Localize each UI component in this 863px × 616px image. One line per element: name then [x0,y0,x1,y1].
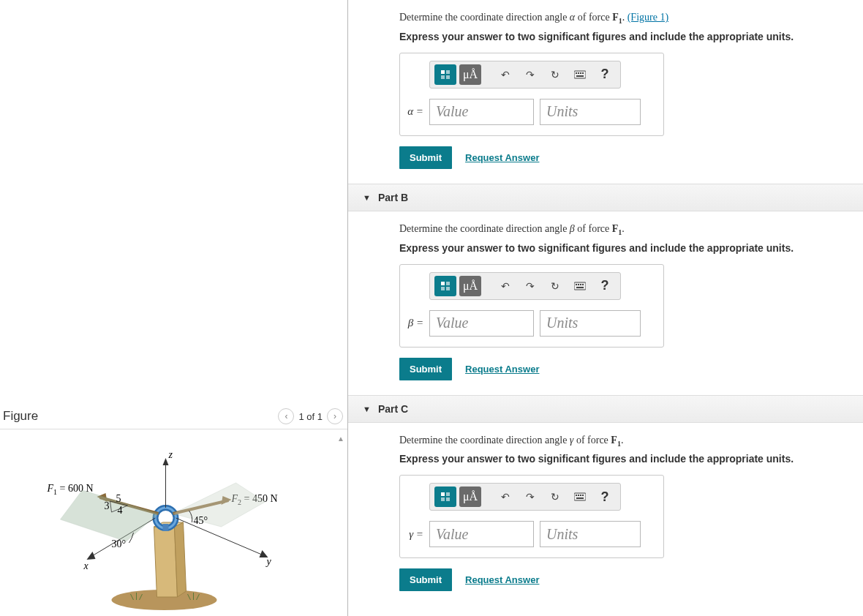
svg-text:z: z [168,449,173,460]
part-b-instruction: Express your answer to two significant f… [399,242,863,254]
svg-rect-29 [441,70,445,74]
part-b-header[interactable]: ▼ Part B [348,184,863,211]
axis-z-label: z [168,449,173,460]
part-c-prompt: Determine the coordinate direction angle… [399,435,863,448]
value-input[interactable]: Value [429,521,534,547]
part-a-instruction: Express your answer to two significant f… [399,31,863,42]
symbols-button[interactable]: μÅ [459,276,481,296]
value-input[interactable]: Value [429,99,534,125]
figure-illustration: z y x F2 = 450 N 45° F1 = [0,432,347,615]
caret-down-icon: ▼ [363,405,371,413]
help-button[interactable]: ? [594,487,616,507]
svg-rect-44 [576,284,577,285]
part-a-body: Determine the coordinate direction angle… [348,0,863,184]
submit-button[interactable]: Submit [399,568,452,591]
svg-marker-14 [87,552,96,560]
reset-button[interactable]: ↻ [544,487,566,507]
svg-rect-40 [446,282,450,285]
part-b-eq-label: β = [407,317,423,329]
reset-button[interactable]: ↻ [544,276,566,296]
keyboard-button[interactable] [569,64,591,85]
svg-rect-50 [446,492,450,496]
svg-marker-21 [61,490,159,541]
svg-rect-41 [441,287,445,290]
svg-rect-38 [576,75,584,77]
svg-rect-53 [574,493,586,500]
scroll-up-icon[interactable]: ▲ [336,433,346,443]
figure-panel: Figure ‹ 1 of 1 › ▲ [0,0,348,616]
units-input[interactable]: Units [540,99,641,125]
templates-button[interactable] [434,276,456,296]
ratio-4-label: 4 [118,505,123,516]
request-answer-link[interactable]: Request Answer [465,152,539,163]
part-a-answer-box: μÅ ↶ ↷ ↻ ? α = Value Units [399,53,664,136]
question-panel: Determine the coordinate direction angle… [348,0,863,616]
part-b-body: Determine the coordinate direction angle… [348,211,863,395]
value-input[interactable]: Value [429,310,534,337]
keyboard-button[interactable] [569,276,591,296]
svg-text:x: x [83,560,89,571]
svg-rect-58 [576,497,584,499]
templates-button[interactable] [434,487,456,507]
part-c-answer-box: μÅ ↶ ↷ ↻ ? γ = Value Units [399,475,664,558]
answer-toolbar: μÅ ↶ ↷ ↻ ? [429,272,621,300]
svg-rect-37 [582,72,584,74]
part-c-body: Determine the coordinate direction angle… [348,423,863,606]
angle-30-label: 30° [112,538,127,549]
svg-rect-51 [441,497,445,501]
undo-button[interactable]: ↶ [494,487,516,507]
redo-button[interactable]: ↷ [519,64,541,85]
svg-rect-32 [446,75,450,79]
ratio-3-label: 3 [105,500,110,511]
redo-button[interactable]: ↷ [519,276,541,296]
keyboard-button[interactable] [569,487,591,507]
svg-rect-36 [580,72,581,74]
svg-rect-42 [446,287,450,290]
undo-button[interactable]: ↶ [494,64,516,85]
svg-rect-45 [578,284,579,285]
undo-button[interactable]: ↶ [494,276,516,296]
figure-header: Figure ‹ 1 of 1 › [0,404,347,429]
request-answer-link[interactable]: Request Answer [465,364,539,375]
reset-button[interactable]: ↻ [544,64,566,85]
svg-rect-54 [576,495,577,496]
figure-title: Figure [3,409,38,424]
angle-45-label: 45° [194,515,208,526]
request-answer-link[interactable]: Request Answer [465,574,539,585]
svg-marker-1 [154,527,178,597]
part-b-title: Part B [378,192,408,203]
svg-rect-31 [441,75,445,79]
part-c-title: Part C [378,403,408,415]
units-input[interactable]: Units [540,310,641,337]
part-c-eq-label: γ = [407,528,423,541]
svg-rect-35 [578,72,579,74]
submit-button[interactable]: Submit [399,146,452,169]
axis-y-label: y [265,556,272,567]
units-input[interactable]: Units [540,521,641,547]
svg-rect-56 [580,495,581,496]
figure-prev-button[interactable]: ‹ [278,408,294,424]
caret-down-icon: ▼ [363,193,371,202]
help-button[interactable]: ? [594,64,616,85]
part-c-instruction: Express your answer to two significant f… [399,453,863,465]
part-c-header[interactable]: ▼ Part C [348,395,863,423]
symbols-button[interactable]: μÅ [459,487,481,507]
redo-button[interactable]: ↷ [519,487,541,507]
answer-toolbar: μÅ ↶ ↷ ↻ ? [429,61,621,89]
symbols-button[interactable]: μÅ [459,64,481,85]
svg-rect-46 [580,284,581,285]
svg-marker-8 [163,458,169,465]
figure-pager: ‹ 1 of 1 › [278,408,343,424]
ratio-5-label: 5 [116,493,121,504]
svg-rect-55 [578,495,579,496]
svg-rect-30 [446,70,450,74]
figure-link[interactable]: (Figure 1) [628,12,668,23]
svg-marker-18 [173,483,265,527]
help-button[interactable]: ? [594,276,616,296]
svg-rect-57 [582,495,584,496]
templates-button[interactable] [434,64,456,85]
submit-button[interactable]: Submit [399,358,452,380]
svg-rect-47 [582,284,584,285]
svg-text:y: y [265,556,272,567]
figure-next-button[interactable]: › [327,408,343,424]
